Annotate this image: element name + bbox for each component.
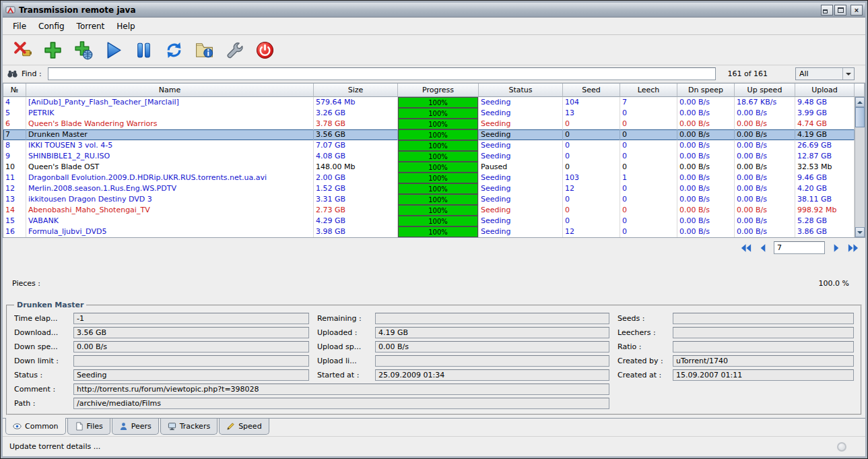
add-torrent-icon	[43, 40, 63, 60]
tab-label: Common	[25, 422, 59, 431]
table-row[interactable]: 7Drunken Master3.56 GB100%Seeding000.00 …	[3, 129, 855, 140]
leechers-field[interactable]	[673, 327, 854, 338]
page-number-input[interactable]	[774, 241, 825, 254]
cell-status: Seeding	[479, 140, 563, 151]
time-elapsed-field[interactable]	[73, 313, 309, 324]
cell-up: 0.00 B/s	[735, 194, 795, 205]
cell-name: IKKI TOUSEN 3 vol. 4-5	[26, 140, 314, 151]
column-header[interactable]: Dn speep	[677, 84, 735, 97]
uploaded-field[interactable]	[375, 327, 609, 338]
column-header[interactable]: Progress	[398, 84, 479, 97]
upload-speed-field[interactable]	[375, 341, 609, 353]
quit-button[interactable]	[252, 37, 277, 63]
page-next-button[interactable]	[828, 241, 843, 255]
cell-seed: 0	[563, 140, 620, 151]
title-bar[interactable]: Transmission remote java ×	[3, 3, 865, 18]
minimize-button[interactable]	[821, 5, 833, 16]
menu-help[interactable]: Help	[110, 19, 141, 34]
table-row[interactable]: 4[AniDub]_Panty_Flash_Teacher_[Marclail]…	[3, 97, 855, 108]
table-row[interactable]: 10Queen's Blade OST148.00 Mb100%Paused00…	[3, 162, 855, 173]
upload-limit-field[interactable]	[375, 355, 609, 367]
table-row[interactable]: 13ikkitousen Dragon Destiny DVD 33.31 GB…	[3, 194, 855, 205]
add-torrent-button[interactable]	[40, 37, 65, 63]
find-input[interactable]	[48, 67, 716, 80]
table-row[interactable]: 5PETRIK3.26 GB100%Seeding1300.00 B/s0.00…	[3, 108, 855, 119]
pieces-label: Pieces :	[12, 279, 40, 288]
table-row[interactable]: 8IKKI TOUSEN 3 vol. 4-57.07 GB100%Seedin…	[3, 140, 855, 151]
column-header[interactable]: Size	[314, 84, 398, 97]
cell-up: 0.00 B/s	[735, 151, 795, 162]
vertical-scrollbar[interactable]	[855, 97, 865, 237]
close-button[interactable]: ×	[850, 5, 863, 16]
down-speed-field[interactable]	[73, 341, 309, 353]
start-torrent-button[interactable]	[100, 37, 126, 63]
remaining-field[interactable]	[375, 313, 609, 324]
tab-label: Files	[87, 422, 103, 431]
add-torrent-url-button[interactable]	[70, 37, 96, 63]
disconnect-button[interactable]	[9, 37, 35, 63]
cell-size: 2.73 GB	[314, 205, 398, 216]
torrent-info-button[interactable]	[191, 37, 217, 63]
scroll-up-button[interactable]	[855, 97, 865, 107]
cell-upload: 38.11 GB	[795, 194, 855, 205]
tab-peers[interactable]: Peers	[112, 419, 159, 435]
down-limit-field[interactable]	[73, 355, 309, 367]
cell-name: Queen's Blade OST	[26, 162, 314, 173]
menu-torrent[interactable]: Torrent	[71, 19, 111, 34]
ratio-field[interactable]	[673, 341, 854, 353]
page-first-button[interactable]	[739, 241, 754, 255]
tab-common[interactable]: Common	[5, 418, 66, 435]
downloaded-field[interactable]	[73, 327, 309, 338]
table-row[interactable]: 15VABANK4.29 GB100%Seeding000.00 B/s0.00…	[3, 216, 855, 226]
column-header[interactable]: Upload	[795, 84, 855, 97]
started-at-field[interactable]	[375, 369, 609, 381]
refresh-button[interactable]	[161, 37, 187, 63]
cell-size: 4.29 GB	[314, 216, 398, 226]
cell-dn: 0.00 B/s	[677, 119, 735, 129]
settings-button[interactable]	[222, 37, 247, 63]
seeds-field[interactable]	[673, 313, 854, 324]
tab-files[interactable]: Files	[67, 419, 110, 435]
pause-torrent-button[interactable]	[131, 37, 156, 63]
column-header[interactable]: №	[3, 84, 26, 97]
column-header[interactable]: Leech	[620, 84, 677, 97]
cell-name: Formula_ljubvi_DVD5	[26, 226, 314, 237]
column-header[interactable]: Status	[479, 84, 563, 97]
path-field[interactable]	[73, 398, 609, 409]
table-row[interactable]: 9SHINBIBLE1_2_RU.ISO4.08 GB100%Seeding00…	[3, 151, 855, 162]
table-row[interactable]: 14Abenobashi_Maho_Shotengai_TV2.73 GB100…	[3, 205, 855, 216]
table-row[interactable]: 11Dragonball Evolution.2009.D.HDRip.UKR.…	[3, 173, 855, 183]
filter-select[interactable]: All	[795, 67, 855, 80]
minimize-icon	[823, 9, 828, 13]
page-prev-button[interactable]	[756, 241, 770, 255]
menu-config[interactable]: Config	[32, 19, 71, 34]
maximize-button[interactable]	[834, 5, 846, 16]
tab-trackers[interactable]: Trackers	[160, 419, 218, 435]
created-by-field[interactable]	[673, 355, 854, 367]
cell-status: Seeding	[479, 129, 563, 140]
table-row[interactable]: 16Formula_ljubvi_DVD53.98 GB100%Seeding1…	[3, 226, 855, 237]
table-row[interactable]: 6Queen's Blade Wandering Warriors3.78 GB…	[3, 119, 855, 129]
progress-bar: 100%	[398, 205, 478, 216]
comment-field[interactable]	[73, 384, 609, 395]
column-header[interactable]: Up speed	[735, 84, 795, 97]
menu-file[interactable]: File	[7, 19, 32, 34]
cell-leech: 0	[620, 108, 677, 119]
column-header[interactable]: Name	[26, 84, 314, 97]
created-at-field[interactable]	[673, 369, 854, 381]
table-row[interactable]: 12Merlin.2008.season.1.Rus.Eng.WS.PDTV1.…	[3, 183, 855, 194]
scroll-down-button[interactable]	[855, 227, 865, 237]
page-last-button[interactable]	[845, 241, 860, 255]
cell-progress: 100%	[398, 183, 479, 194]
column-header[interactable]: Seed	[563, 84, 620, 97]
tab-speed[interactable]: Speed	[219, 419, 269, 435]
cell-status: Seeding	[479, 151, 563, 162]
cell-up: 0.00 B/s	[735, 226, 795, 237]
comment-label: Comment :	[14, 385, 73, 394]
cell-size: 3.98 GB	[314, 226, 398, 237]
scrollbar-thumb[interactable]	[855, 107, 865, 127]
cell-upload: 32.53 Mb	[795, 162, 855, 173]
cell-size: 1.52 GB	[314, 183, 398, 194]
status-field[interactable]	[73, 369, 309, 381]
scrollbar-track[interactable]	[855, 127, 865, 227]
